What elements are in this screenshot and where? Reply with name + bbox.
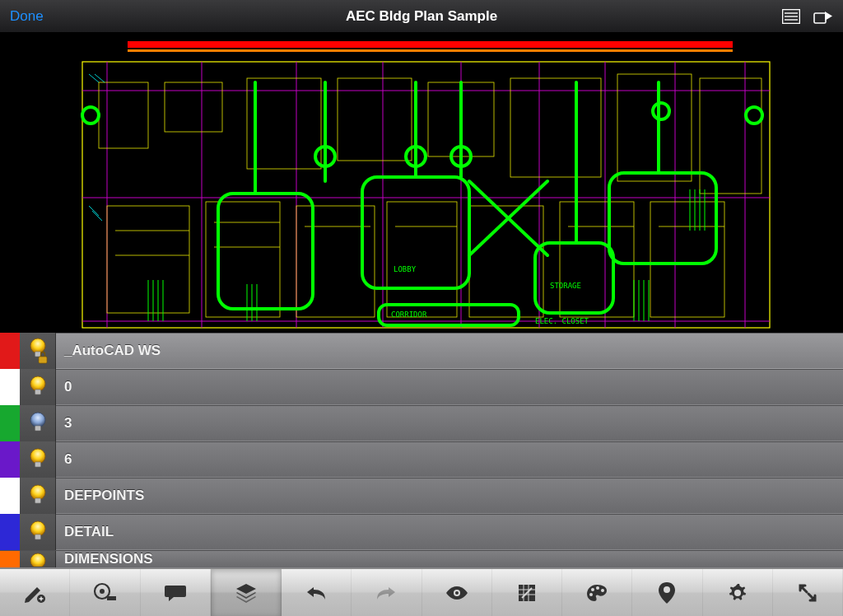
layer-color-swatch [0, 550, 20, 568]
svg-point-61 [82, 107, 99, 124]
svg-point-59 [653, 103, 669, 119]
svg-point-111 [589, 593, 593, 596]
svg-rect-91 [35, 498, 40, 503]
svg-point-112 [664, 586, 670, 593]
layer-visibility-toggle[interactable] [20, 441, 56, 478]
svg-rect-5 [128, 41, 733, 48]
svg-point-108 [591, 588, 594, 591]
svg-line-80 [92, 211, 102, 221]
map-pin-icon [658, 581, 676, 604]
layer-visibility-toggle[interactable] [20, 333, 56, 369]
layer-row-dimensions[interactable]: DIMENSIONS [0, 550, 843, 568]
layer-row-6[interactable]: 6 [0, 441, 843, 478]
layer-name-label: 3 [56, 415, 72, 432]
svg-rect-31 [387, 202, 457, 317]
svg-point-81 [30, 338, 45, 353]
palette-icon [585, 583, 608, 603]
layer-row-defpoints[interactable]: DEFPOINTS [0, 478, 843, 514]
layer-row-3[interactable]: 3 [0, 405, 843, 441]
pencil-plus-icon [23, 582, 46, 604]
view-tool-button[interactable] [422, 569, 492, 616]
svg-rect-21 [165, 82, 222, 132]
layers-icon [235, 582, 258, 604]
layer-row-autocad-ws[interactable]: _AutoCAD WS [0, 333, 843, 369]
redo-icon [375, 584, 398, 602]
svg-point-84 [30, 376, 45, 391]
svg-rect-32 [469, 206, 543, 317]
svg-line-77 [89, 74, 99, 82]
layer-visibility-toggle[interactable] [20, 514, 56, 550]
svg-line-115 [808, 594, 814, 600]
svg-rect-83 [39, 357, 47, 363]
label-storage: STORAGE [550, 282, 581, 290]
svg-point-110 [601, 589, 604, 592]
layers-panel[interactable]: _AutoCAD WS 0 3 [0, 333, 843, 568]
label-elec: ELEC. CLOSET [535, 317, 589, 325]
svg-point-60 [746, 107, 762, 124]
svg-point-113 [734, 590, 741, 596]
redo-button[interactable] [352, 569, 422, 616]
layer-visibility-toggle[interactable] [20, 405, 56, 441]
svg-line-114 [801, 586, 807, 592]
svg-line-79 [89, 206, 99, 216]
svg-rect-87 [35, 426, 40, 431]
speech-bubble-icon [164, 583, 187, 603]
svg-point-109 [596, 586, 599, 590]
undo-icon [305, 584, 328, 602]
document-title: AEC Bldg Plan Sample [346, 8, 497, 25]
palette-tool-button[interactable] [562, 569, 632, 616]
svg-rect-100 [107, 596, 116, 600]
layer-row-detail[interactable]: DETAIL [0, 514, 843, 550]
measure-tool-button[interactable] [70, 569, 140, 616]
layer-color-swatch [0, 441, 20, 478]
svg-line-78 [95, 74, 105, 82]
svg-rect-85 [35, 390, 40, 394]
layer-color-swatch [0, 478, 20, 514]
snap-tool-button[interactable] [492, 569, 562, 616]
svg-point-92 [30, 521, 45, 536]
layers-tool-button[interactable] [211, 569, 282, 616]
layer-visibility-toggle[interactable] [20, 478, 56, 514]
svg-point-99 [100, 589, 105, 594]
details-icon[interactable] [782, 9, 800, 24]
svg-point-94 [30, 553, 45, 567]
layer-row-0[interactable]: 0 [0, 369, 843, 405]
layer-name-label: _AutoCAD WS [56, 343, 161, 359]
done-button[interactable]: Done [10, 8, 44, 25]
layer-name-label: DEFPOINTS [56, 488, 144, 504]
layer-name-label: DETAIL [56, 524, 114, 540]
svg-point-102 [455, 591, 459, 595]
svg-point-86 [30, 413, 45, 427]
layer-color-swatch [0, 405, 20, 441]
bottom-toolbar [0, 568, 843, 616]
layer-visibility-toggle[interactable] [20, 369, 56, 405]
svg-rect-25 [510, 78, 601, 177]
fullscreen-tool-button[interactable] [773, 569, 843, 616]
undo-button[interactable] [282, 569, 352, 616]
svg-rect-20 [99, 82, 148, 148]
svg-point-90 [30, 485, 45, 500]
label-lobby: LOBBY [394, 265, 417, 273]
settings-tool-button[interactable] [703, 569, 773, 616]
header-bar: Done AEC Bldg Plan Sample [0, 0, 843, 33]
svg-rect-6 [128, 49, 733, 52]
svg-rect-82 [35, 352, 40, 357]
gear-icon [727, 582, 748, 604]
share-icon[interactable] [813, 9, 833, 24]
layer-name-label: DIMENSIONS [56, 551, 153, 567]
comment-tool-button[interactable] [141, 569, 211, 616]
drawing-canvas[interactable]: LOBBY CORRIDOR STORAGE ELEC. CLOSET [0, 33, 843, 333]
svg-rect-89 [35, 462, 40, 467]
grid-snap-icon [517, 583, 537, 603]
draw-tool-button[interactable] [0, 569, 70, 616]
expand-icon [797, 582, 818, 604]
header-actions [782, 9, 833, 24]
svg-rect-33 [560, 202, 634, 317]
location-tool-button[interactable] [632, 569, 702, 616]
eye-icon [445, 585, 469, 601]
tape-measure-icon [92, 582, 117, 604]
layer-name-label: 0 [56, 379, 72, 395]
layer-visibility-toggle[interactable] [20, 550, 56, 568]
label-corridor: CORRIDOR [391, 310, 427, 319]
layer-color-swatch [0, 514, 20, 550]
